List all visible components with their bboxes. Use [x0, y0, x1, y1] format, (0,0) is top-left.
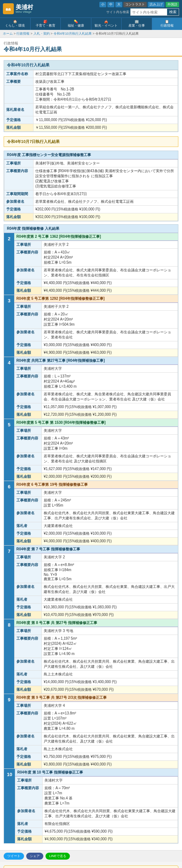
item-3-title: R04年度 5 号工事第 1292 [R04年指揮補修整修正工事]: [14, 295, 178, 303]
table-row: 予定価格¥1,627,000 円(15%税抜価格 ¥147,000 円): [15, 465, 178, 473]
logo: 🏘 美浦村 Miho Village: [3, 3, 33, 14]
item-5-title: R04年度第 5 号工事 第 1530 [R04年指揮補修整修工事]: [14, 419, 178, 427]
table-row: 予定価格¥4,675,000 円(15%税抜価格 ¥590,000 円): [15, 828, 178, 836]
label-cell: 工事案件名称: [4, 70, 33, 78]
page-subtitle: 行政情報: [4, 41, 178, 46]
table-row: 参加業者名若草業者株式会社、株式大建、鳥合業者株式会社、鳥合建設大建共同事業委員…: [15, 391, 178, 403]
nav-item-tourism[interactable]: 🎪 観光・イベント: [91, 18, 122, 30]
bid-item-1: R04年度 工事指標センター安全電源指揮補修整工事 工事場所美浦村字(仮)外地、…: [4, 151, 178, 221]
page-title-area: 行政情報 令和4年10月行入札結果: [0, 38, 182, 57]
table-row: 予定価格¥14,000,000 円(15%税抜価格 ¥3,400,000 円): [15, 678, 178, 686]
header-top: 🏘 美浦村 Miho Village 小 中 大 コントラスト 読み上げ 外国語…: [0, 0, 182, 30]
bid-item-2: 2 R04年度第 2 号工事 1362 [R04年指揮補強修正工事] 工事場所美…: [4, 233, 178, 295]
table-row: 予定価格¥11,057,000 円(15%税抜価格 ¥1,007,000 円): [15, 403, 178, 411]
table-row: 予定価格¥2,000,000 円(15%税抜価格 ¥100,000 円): [15, 530, 178, 538]
table-row: 落札金額¥12,720,000 円(15%税抜価格 ¥1,200,000 円): [15, 411, 178, 419]
table-row: 落札金額¥4,000,000 円(15%税抜価格 ¥400,000 円): [15, 538, 178, 545]
table-row: 参加業者名株式会社佐代木、株式会社大共担業、株式会社東業、鳥合建設大建工事、出戸…: [15, 583, 178, 596]
table-row: 予定価格 ￥11,000,000 円(15%税抜価格 ¥126,000 円): [4, 116, 178, 124]
table-row: 参加業者名株式会社佐代木、株式会社大共担業共同、株式会社東業、鳥合建設大建工事、…: [15, 733, 178, 745]
table-row: 工事概要内容規模：A＝70m²設置 L=7m農業工事 No.4 基農業工事 L=…: [15, 784, 178, 807]
search-label-text: サイト内を検索: [106, 10, 129, 15]
font-small-btn[interactable]: 小: [99, 2, 106, 7]
table-row: 工事概要内容規模：A＝43m²村定2024 A=20m²設置工事 I=0m: [15, 435, 178, 453]
table-row: 落札金額¥3,800,000 円(15%税抜価格 ¥400,000 円): [15, 761, 178, 768]
label-cell: 落札金額: [4, 124, 33, 132]
table-row: 工事概要内容規模：A＝e×8.8m²規模工事 l=184mNo. Y×9農業工事…: [15, 561, 178, 583]
nav-item-admin[interactable]: 📋 行政情報: [152, 18, 182, 30]
industry-icon: 🏢: [122, 20, 151, 23]
table-row: 工事概要内容規模：L＝137m²村定2024 A=4Gaμ²規模工事 L=3,4…: [15, 373, 178, 391]
numbered-section-title: R04年度 指揮補修整修 入札結果: [4, 225, 178, 233]
label-cell: 落札業者名: [4, 104, 33, 116]
breadcrumb-bid[interactable]: 入札・契約: [33, 32, 50, 35]
table-row: 参加業者名若草業者株式会社、株式大建共同事業委員会、布生会議会大建コーポレーショ…: [15, 329, 178, 341]
nav-item-education[interactable]: 🎒 子育て・教育: [31, 18, 61, 30]
table-row: 予定価格¥3,000,000 円(15%税抜価格 ¥400,000 円): [15, 341, 178, 349]
label-cell: 工事概要: [4, 78, 33, 86]
search-input[interactable]: [131, 9, 167, 15]
breadcrumb: ホーム > 行政情報 > 入札・契約 > 令和4年10月執行入札結果 > 令和4…: [0, 30, 182, 38]
breadcrumb-oct[interactable]: 令和4年10月執行入札結果: [54, 32, 92, 35]
font-medium-btn[interactable]: 中: [107, 2, 114, 7]
logo-ruby: Miho Village: [16, 10, 33, 13]
item-number-3: 3: [4, 295, 14, 357]
nav-item-kurashi[interactable]: 🏠 くらし・環境: [0, 18, 31, 30]
table-row: 参加業者名若草業者株式会社、株式大建共同事業委員会、布生会議会大建コーポレーショ…: [15, 267, 178, 279]
table-row: 参加業者名株式会社佐代木、株式会社大共共同担業、株式会社東業大建工事、鳥合建設大…: [15, 509, 178, 522]
logo-name: 美浦村: [16, 4, 33, 10]
breadcrumb-home[interactable]: ホーム: [3, 32, 13, 35]
table-row: 落札業者名 若草組合株式会社一第一八、株式会社テクノフ、株式会社最新機能株式会社…: [4, 104, 178, 116]
item-number-10: 10: [4, 769, 15, 843]
nav-bar: 🏠 くらし・環境 🎒 子育て・教育 💊 福祉・健康 🎪 観光・イベント 🏢 産業…: [0, 18, 182, 30]
page-title: 令和4年10月行入札結果: [4, 46, 178, 53]
nav-item-welfare[interactable]: 💊 福祉・健康: [61, 18, 91, 30]
contact-section: 📞 お問い合わせ このページの内容についてお問い合せは担当まで。 〒300-04…: [4, 865, 178, 868]
sns-share-bar: ツイート シェア LINEで送る: [0, 850, 182, 862]
table-row: 工事概要内容規模：A＝1,197 5m²村定(2024) A=622㎡村定工事 …: [15, 635, 178, 658]
table-row: 落札金額¥4,900,000 円(15%税抜価格 ¥463,000 円): [15, 349, 178, 357]
breadcrumb-admin[interactable]: 行政情報: [16, 32, 29, 35]
nav-item-industry[interactable]: 🏢 産業・仕事: [122, 18, 152, 30]
font-large-btn[interactable]: 大: [115, 2, 122, 7]
table-row: 工事場所美浦村大学 3 号地: [15, 627, 178, 635]
table-row: 工事概要内容規模：A＝20㎡村定2024 A=20m²設置工事 I=504.9m: [15, 311, 178, 329]
twitter-share-btn[interactable]: ツイート: [4, 853, 24, 860]
item-number-9: 9: [4, 694, 14, 768]
item-7-title: R04年度 第 7 号工事 指揮補修整修工事: [14, 546, 178, 553]
table-row: 工事場所美浦村大字 2: [15, 554, 178, 561]
contrast-btn[interactable]: コントラスト: [123, 2, 147, 7]
table-row: 工事場所美浦村大字: [15, 427, 178, 435]
table-row: 落札者大建業者株式会社: [15, 522, 178, 530]
table-row: 工事場所美浦村大字: [15, 777, 178, 784]
bid-item-8: 8 R04年度 第 8 号工事 共 第27号 指揮補修修正工事 工事場所美浦村大…: [4, 619, 178, 694]
facebook-share-btn[interactable]: シェア: [26, 853, 43, 860]
table-row: 工事場所美浦村大字: [15, 489, 178, 497]
item-4-title: R04年度 共同工事 第27号工事 [R04年指揮補強修工事]: [14, 357, 178, 365]
label-cell: 予定価格: [4, 116, 33, 124]
table-row: 工事概要 改築及び改装工事: [4, 78, 178, 86]
numbered-items-section: R04年度 指揮補修整修 入札結果 2 R04年度第 2 号工事 1362 [R…: [4, 224, 178, 844]
bid-item-4: 4 R04年度 共同工事 第27号工事 [R04年指揮補強修工事] 工事場所美浦…: [4, 357, 178, 419]
home-icon: 🏠: [1, 20, 29, 23]
table-row: 参加業者名若草業者株式会社、株式会社テクノフ、株式会社電電工証画: [4, 198, 178, 206]
table-row: 落札金額¥2,000,000 円(15%税抜価格 ¥200,000 円): [15, 473, 178, 481]
table-row: 落札金額¥4,400,000 円(15%税抜価格 ¥444,000 円): [15, 287, 178, 295]
table-row: 落札金額 ￥11,550,000 円(15%税抜価格 ¥200,000 円): [4, 124, 178, 132]
value-cell: ￥11,000,000 円(15%税抜価格 ¥126,000 円): [33, 116, 178, 124]
table-row: 予定価格¥4,400,000 円(15%税抜価格 ¥440,000 円): [15, 279, 178, 287]
table-row: 工事番号番号 No.1-2B 仕様書番号 No.1-2B 工事期間：令和4年6月…: [4, 86, 178, 104]
line-share-btn[interactable]: LINEで送る: [46, 853, 70, 860]
table-row: 落札金額¥202,000 円(15%税抜価格 ¥100,000 円): [4, 213, 178, 221]
read-btn[interactable]: 読み上げ: [148, 2, 165, 7]
table-row: 参加業者名株式会社佐代木、株式会社大共担業共同、株式会社東業、鳥合建設大建工事、…: [15, 658, 178, 671]
translate-btn[interactable]: 外国語: [166, 2, 179, 7]
welfare-icon: 💊: [62, 20, 90, 23]
section-oct-general: 令和4年10月行入札結果 工事案件名称 村立図書館等北口下下工業集積地指定センタ…: [4, 60, 178, 132]
bid-item-3: 3 R04年度 5 号工事第 1292 [R04年指揮補修整修正工事] 工事場所…: [4, 295, 178, 357]
value-cell: 改築及び改装工事: [33, 78, 178, 86]
search-btn[interactable]: 検索: [167, 9, 179, 15]
bid-item-7: 7 R04年度 第 7 号工事 指揮補修整修工事 工事場所美浦村大字 2 工事概…: [4, 546, 178, 619]
table-row: 工事案件名称 村立図書館等北口下下工業集積地指定センター改築工事: [4, 70, 178, 78]
table-row: 落札金額¥20,670,000 円(15%税抜価格 ¥670,000 円): [15, 686, 178, 694]
